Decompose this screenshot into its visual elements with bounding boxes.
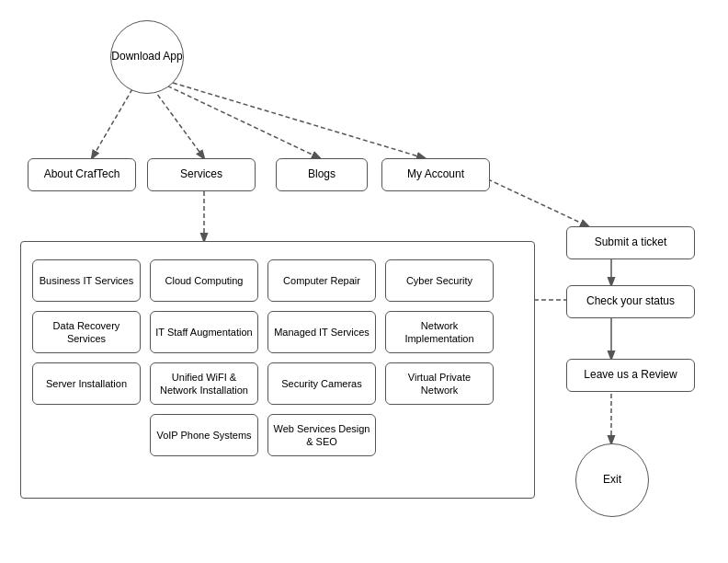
virtual-private-node: Virtual Private Network <box>385 362 494 405</box>
security-cameras-node: Security Cameras <box>267 362 376 405</box>
about-craftech-node: About CrafTech <box>28 158 136 191</box>
my-account-node: My Account <box>381 158 490 191</box>
managed-it-node: Managed IT Services <box>267 311 376 353</box>
server-installation-node: Server Installation <box>32 362 141 405</box>
voip-node: VoIP Phone Systems <box>150 414 258 456</box>
business-it-node: Business IT Services <box>32 259 141 302</box>
svg-line-2 <box>161 83 320 158</box>
svg-line-3 <box>173 83 425 158</box>
blogs-node: Blogs <box>276 158 368 191</box>
svg-line-0 <box>92 83 136 158</box>
submit-ticket-node: Submit a ticket <box>566 226 695 259</box>
cloud-computing-node: Cloud Computing <box>150 259 258 302</box>
check-status-node: Check your status <box>566 285 695 318</box>
leave-review-node: Leave us a Review <box>566 359 695 392</box>
diagram: Download App About CrafTech Services Blo… <box>0 0 728 563</box>
download-app-node: Download App <box>110 20 184 94</box>
cyber-security-node: Cyber Security <box>385 259 494 302</box>
web-services-node: Web Services Design & SEO <box>267 414 376 456</box>
network-impl-node: Network Implementation <box>385 311 494 353</box>
services-node: Services <box>147 158 256 191</box>
computer-repair-node: Computer Repair <box>267 259 376 302</box>
svg-line-1 <box>149 83 204 158</box>
svg-line-5 <box>474 173 588 226</box>
exit-node: Exit <box>575 443 649 517</box>
data-recovery-node: Data Recovery Services <box>32 311 141 353</box>
unified-wifi-node: Unified WiFI & Network Installation <box>150 362 258 405</box>
it-staff-node: IT Staff Augmentation <box>150 311 258 353</box>
